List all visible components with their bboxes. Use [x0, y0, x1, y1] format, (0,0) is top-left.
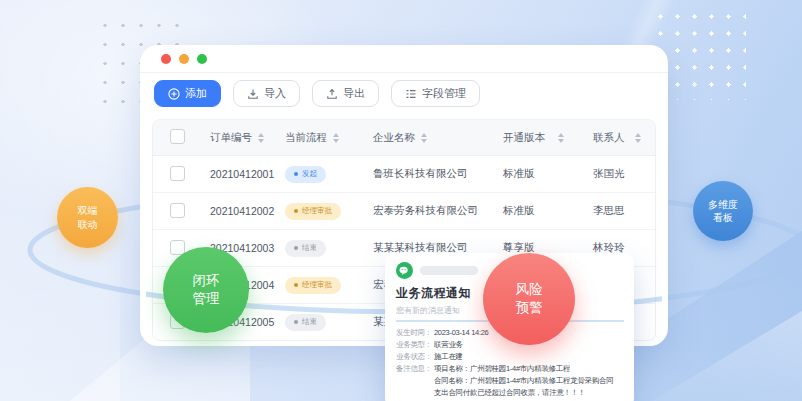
version: 标准版	[503, 204, 535, 216]
add-button-label: 添加	[185, 86, 207, 101]
order-no: 20210412002	[210, 205, 274, 217]
bubble-label: 看板	[713, 211, 733, 224]
list-icon	[405, 88, 417, 100]
company-name: 宏泰劳务科技有限公司	[373, 204, 478, 216]
contact: 李思思	[593, 204, 625, 216]
status-dot-icon	[294, 172, 298, 176]
sort-icon[interactable]	[558, 133, 564, 143]
bubble-label: 风险	[516, 281, 543, 299]
col-header-version: 开通版本	[503, 131, 545, 145]
order-no: 20210412001	[210, 168, 274, 180]
export-button-label: 导出	[343, 86, 365, 101]
company-name: 鲁班长科技有限公司	[373, 167, 468, 179]
import-button[interactable]: 导入	[233, 80, 300, 107]
flow-status-badge: 结束	[285, 240, 326, 257]
flow-status-label: 结束	[302, 243, 317, 253]
select-all-checkbox[interactable]	[170, 129, 185, 144]
field-label: 备注信息：	[396, 363, 434, 399]
redacted-text-pill	[420, 266, 478, 275]
field-value: 施工在建	[434, 351, 463, 363]
field-value: 联营业务	[434, 339, 463, 351]
window-titlebar	[140, 45, 668, 73]
sort-icon[interactable]	[333, 133, 339, 143]
table-header-row: 订单编号 当前流程 企业名称 开通版本 联系人	[153, 120, 656, 156]
table-row[interactable]: 20210412002 经理审批 宏泰劳务科技有限公司 标准版 李思思	[153, 193, 656, 230]
col-header-company: 企业名称	[373, 131, 415, 145]
export-icon	[326, 88, 338, 100]
field-label: 业务状态：	[396, 351, 434, 363]
col-header-contact: 联系人	[593, 131, 625, 145]
flow-status-badge: 经理审批	[285, 277, 341, 294]
status-dot-icon	[294, 246, 298, 250]
field-row: 业务状态： 施工在建	[396, 351, 624, 363]
feature-bubble-dual-linkage: 双端 联动	[57, 187, 118, 248]
version: 标准版	[503, 167, 535, 179]
flow-status-badge: 结束	[285, 314, 326, 331]
plus-circle-icon	[168, 88, 180, 100]
add-button[interactable]: 添加	[154, 80, 221, 107]
field-manage-button-label: 字段管理	[422, 86, 466, 101]
bubble-label: 闭环	[193, 272, 220, 290]
bubble-label: 管理	[193, 290, 220, 308]
flow-status-label: 发起	[302, 169, 317, 179]
field-label: 业务类型：	[396, 339, 434, 351]
export-button[interactable]: 导出	[312, 80, 379, 107]
wechat-icon	[396, 262, 413, 279]
flow-status-badge: 发起	[285, 166, 326, 183]
bubble-label: 预警	[516, 299, 543, 317]
status-dot-icon	[294, 283, 298, 287]
col-header-order-no: 订单编号	[210, 131, 252, 145]
row-checkbox[interactable]	[170, 166, 185, 181]
sort-icon[interactable]	[258, 133, 264, 143]
decor-triangle	[652, 311, 802, 401]
import-icon	[247, 88, 259, 100]
import-button-label: 导入	[264, 86, 286, 101]
window-maximize-dot[interactable]	[197, 54, 207, 64]
bubble-label: 双端	[78, 204, 98, 217]
window-close-dot[interactable]	[161, 54, 171, 64]
row-checkbox[interactable]	[170, 203, 185, 218]
flow-status-label: 经理审批	[302, 280, 332, 290]
screenshot-root: 添加 导入 导出 字段管理	[0, 0, 802, 401]
status-dot-icon	[294, 209, 298, 213]
window-minimize-dot[interactable]	[179, 54, 189, 64]
feature-bubble-multi-dashboard: 多维度 看板	[693, 181, 753, 241]
field-label: 发生时间：	[396, 327, 434, 339]
table-row[interactable]: 20210412001 发起 鲁班长科技有限公司 标准版 张国光	[153, 156, 656, 193]
field-manage-button[interactable]: 字段管理	[391, 80, 480, 107]
feature-bubble-closed-loop: 闭环 管理	[163, 247, 249, 333]
toolbar: 添加 导入 导出 字段管理	[140, 73, 668, 107]
status-dot-icon	[294, 320, 298, 324]
flow-status-label: 经理审批	[302, 206, 332, 216]
contact: 张国光	[593, 167, 625, 179]
flow-status-badge: 经理审批	[285, 203, 341, 220]
contact: 林玲玲	[593, 241, 625, 253]
col-header-flow: 当前流程	[285, 131, 327, 145]
sort-icon[interactable]	[421, 133, 427, 143]
bubble-label: 多维度	[708, 198, 738, 211]
version: 尊享版	[503, 241, 535, 253]
company-name: 某某某科技有限公司	[373, 241, 468, 253]
flow-status-label: 结束	[302, 317, 317, 327]
feature-bubble-risk-alert: 风险 预警	[483, 253, 575, 345]
bubble-label: 联动	[78, 218, 98, 231]
field-value: 项目名称：广州碧桂园1-4#市内精装修工程 合同名称：广州碧桂园1-4#市内精装…	[434, 363, 613, 399]
field-value: 2023-03-14 14:26	[434, 327, 488, 339]
sort-icon[interactable]	[635, 133, 641, 143]
field-row: 备注信息： 项目名称：广州碧桂园1-4#市内精装修工程 合同名称：广州碧桂园1-…	[396, 363, 624, 399]
